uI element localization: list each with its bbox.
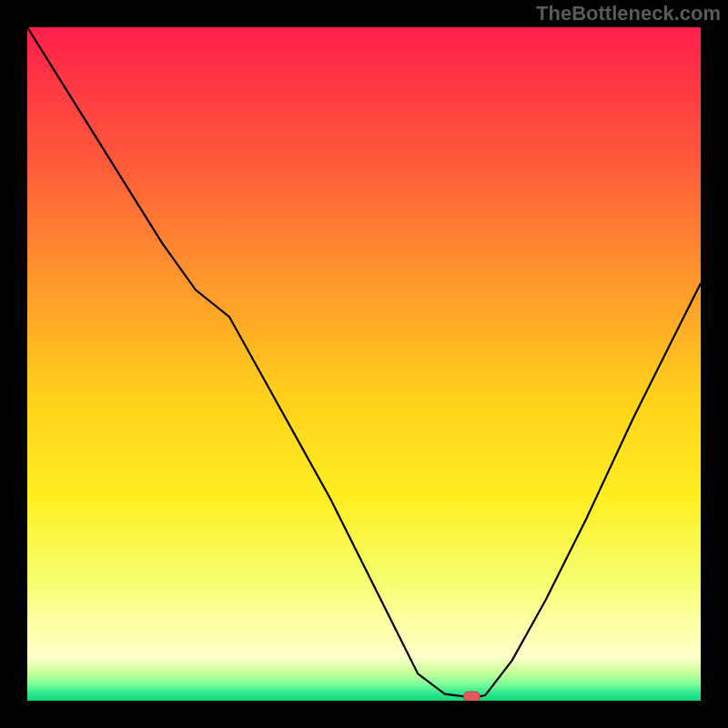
chart-svg xyxy=(27,27,701,701)
watermark-text: TheBottleneck.com xyxy=(536,2,721,25)
chart-canvas xyxy=(27,27,701,701)
optimal-marker xyxy=(463,692,480,701)
gradient-background xyxy=(27,27,701,701)
